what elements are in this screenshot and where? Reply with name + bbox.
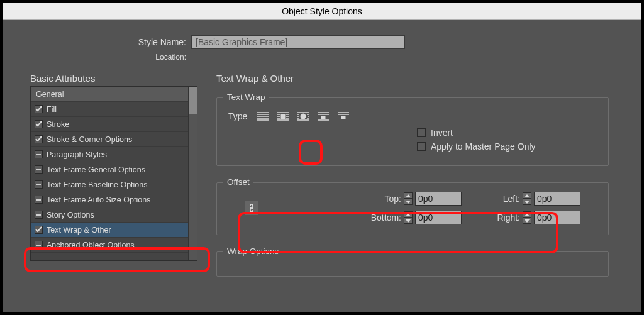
sidebar-item[interactable]: Story Options	[31, 207, 197, 223]
sidebar-item-label: Text Frame General Options	[47, 165, 145, 174]
wrap-jump-object-icon[interactable]	[316, 111, 330, 121]
sidebar-item-label: Stroke & Corner Options	[47, 135, 132, 144]
checkbox-mixed-icon[interactable]	[35, 196, 43, 204]
sidebar-item[interactable]: Text Frame General Options	[31, 162, 197, 177]
offset-right-stepper[interactable]	[523, 211, 531, 224]
main-heading: Text Wrap & Other	[216, 73, 609, 84]
offset-left-label: Left:	[482, 194, 520, 204]
sidebar-item-label: Stroke	[47, 120, 69, 129]
offset-right-input[interactable]	[534, 211, 580, 224]
svg-point-22	[301, 113, 306, 119]
sidebar-heading: Basic Attributes	[30, 73, 197, 84]
checkbox-mixed-icon[interactable]	[35, 180, 43, 189]
scrollbar-thumb[interactable]	[189, 87, 197, 114]
offset-right-label: Right:	[482, 213, 520, 223]
sidebar-item-label: Fill	[47, 105, 57, 114]
sidebar-item-label: Text Frame Baseline Options	[47, 180, 148, 189]
apply-master-only-label: Apply to Master Page Only	[431, 141, 536, 152]
scrollbar[interactable]	[188, 87, 197, 260]
sidebar-item-label: Anchored Object Options	[47, 241, 135, 250]
sidebar-item[interactable]: Anchored Object Options	[31, 238, 197, 253]
offset-left-stepper[interactable]	[523, 192, 531, 205]
sidebar-item[interactable]: Fill	[31, 102, 197, 117]
wrap-type-label: Type	[228, 111, 247, 121]
sidebar-item-label: Story Options	[47, 211, 94, 219]
offset-bottom-input[interactable]	[415, 211, 462, 224]
window-title: Object Style Options	[3, 3, 641, 20]
sidebar-item-label: General	[36, 90, 64, 99]
checkbox-icon[interactable]	[35, 135, 43, 143]
offset-top-input[interactable]	[415, 192, 462, 206]
checkbox-mixed-icon[interactable]	[35, 241, 43, 249]
wrap-options-legend: Wrap Options	[223, 246, 282, 256]
sidebar-item-label: Paragraph Styles	[47, 150, 107, 159]
sidebar-item[interactable]: Stroke	[31, 117, 197, 132]
apply-master-only-checkbox[interactable]	[417, 142, 426, 151]
svg-rect-26	[321, 116, 326, 119]
invert-label: Invert	[431, 128, 453, 138]
checkbox-mixed-icon[interactable]	[35, 150, 43, 158]
attributes-list: GeneralFillStrokeStroke & Corner Options…	[30, 86, 197, 261]
wrap-options-group: Wrap Options	[216, 251, 609, 277]
checkbox-mixed-icon[interactable]	[35, 165, 43, 174]
wrap-object-shape-icon[interactable]	[296, 111, 310, 121]
sidebar-item[interactable]: General	[31, 87, 197, 102]
text-wrap-group: Text Wrap Type	[216, 97, 609, 166]
sidebar-item[interactable]: Paragraph Styles	[31, 147, 197, 162]
sidebar-item[interactable]: Stroke & Corner Options	[31, 132, 197, 147]
offset-group: Offset Top:	[216, 182, 609, 235]
offset-legend: Offset	[223, 177, 253, 187]
offset-bottom-stepper[interactable]	[404, 211, 413, 224]
location-label: Location:	[3, 53, 191, 62]
checkbox-mixed-icon[interactable]	[35, 211, 43, 219]
sidebar-item-label: Text Wrap & Other	[47, 226, 111, 235]
offset-bottom-label: Bottom:	[364, 213, 401, 223]
checkbox-icon[interactable]	[35, 105, 43, 113]
offset-left-input[interactable]	[534, 192, 580, 206]
sidebar-item-label: Text Frame Auto Size Options	[47, 196, 150, 204]
text-wrap-legend: Text Wrap	[223, 92, 269, 102]
offset-top-stepper[interactable]	[404, 192, 413, 205]
wrap-none-icon[interactable]	[256, 111, 270, 121]
invert-checkbox[interactable]	[417, 128, 426, 137]
offset-top-label: Top:	[364, 194, 401, 204]
svg-rect-13	[281, 114, 286, 119]
wrap-jump-column-icon[interactable]	[336, 111, 350, 121]
sidebar-item[interactable]: Text Wrap & Other	[31, 223, 197, 238]
sidebar-item[interactable]: Text Frame Auto Size Options	[31, 192, 197, 207]
checkbox-icon[interactable]	[35, 226, 43, 234]
wrap-bounding-box-icon[interactable]	[276, 111, 290, 121]
checkbox-icon[interactable]	[35, 120, 43, 128]
style-name-label: Style Name:	[3, 37, 191, 47]
sidebar-item[interactable]: Text Frame Baseline Options	[31, 177, 197, 192]
link-offsets-icon[interactable]	[245, 201, 258, 215]
svg-rect-29	[341, 116, 346, 119]
style-name-input[interactable]	[191, 35, 405, 49]
